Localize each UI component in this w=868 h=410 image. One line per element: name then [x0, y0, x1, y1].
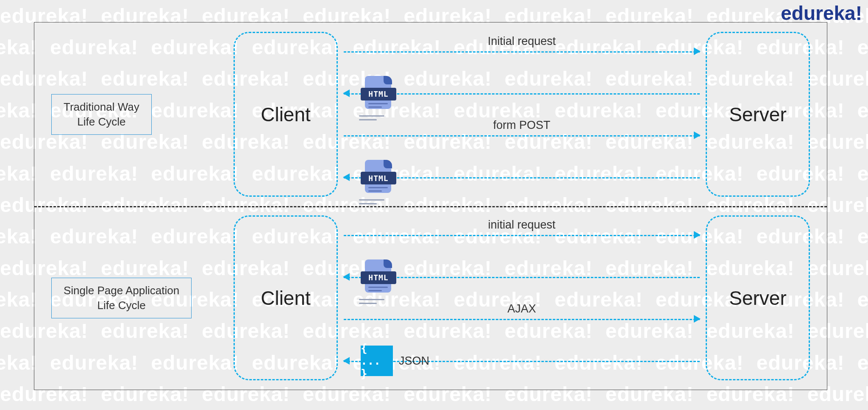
title-line: Life Cycle	[64, 298, 179, 313]
server-label: Server	[729, 103, 786, 126]
client-label: Client	[261, 103, 311, 126]
flow-initial-request: Initial request	[344, 39, 700, 64]
flow-label: form POST	[344, 119, 700, 132]
flow-label: initial request	[344, 218, 700, 231]
flows-traditional: Initial request HTML form POST HTML	[344, 30, 700, 198]
flow-label: Initial request	[344, 35, 700, 48]
panel-spa: Single Page Application Life Cycle Clien…	[34, 206, 827, 390]
flow-initial-request: initial request	[344, 222, 700, 248]
server-node: Server	[706, 215, 810, 380]
client-node: Client	[234, 215, 338, 380]
title-traditional: Traditional Way Life Cycle	[51, 94, 152, 134]
flow-html-response-2: HTML	[344, 165, 700, 190]
title-spa: Single Page Application Life Cycle	[51, 277, 192, 318]
json-label: JSON	[399, 354, 429, 368]
html-file-icon: HTML	[361, 162, 396, 192]
flow-ajax: AJAX	[344, 306, 700, 332]
shadow-lines	[359, 199, 384, 204]
diagram-stage: Traditional Way Life Cycle Client Server…	[34, 22, 827, 390]
title-line: Life Cycle	[64, 114, 139, 129]
brand-logo: edureka!	[781, 2, 862, 25]
client-label: Client	[261, 287, 311, 310]
flows-spa: initial request HTML AJAX { ... } JSON	[344, 214, 700, 382]
title-line: Traditional Way	[64, 99, 139, 114]
title-line: Single Page Application	[64, 283, 179, 298]
flow-html-response: HTML	[344, 264, 700, 290]
server-label: Server	[729, 287, 786, 310]
panel-traditional: Traditional Way Life Cycle Client Server…	[34, 22, 827, 206]
flow-json-response: { ... } JSON	[344, 348, 700, 374]
html-file-icon: HTML	[361, 262, 396, 292]
html-file-icon: HTML	[361, 78, 396, 108]
client-node: Client	[234, 32, 338, 197]
server-node: Server	[706, 32, 810, 197]
flow-form-post: form POST	[344, 123, 700, 148]
flow-html-response: HTML	[344, 81, 700, 106]
json-file-icon: { ... }	[361, 346, 393, 376]
flow-label: AJAX	[344, 302, 700, 315]
